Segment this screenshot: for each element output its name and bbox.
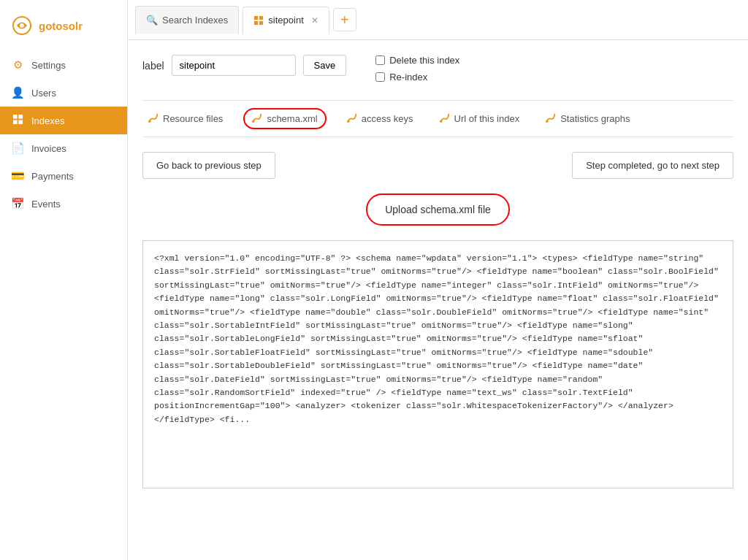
indexes-icon	[11, 114, 24, 127]
svg-rect-3	[18, 115, 23, 119]
label-text: label	[142, 60, 164, 72]
sidebar-item-settings[interactable]: ⚙ Settings	[0, 51, 127, 79]
tab-sitepoint[interactable]: sitepoint ✕	[243, 7, 329, 34]
sub-nav-access-keys[interactable]: access keys	[341, 110, 419, 128]
sidebar-item-label: Invoices	[31, 143, 66, 154]
svg-rect-2	[12, 115, 17, 119]
content-area: label Save Delete this index Re-index	[128, 40, 748, 560]
sidebar-item-label: Users	[31, 88, 56, 99]
xml-editor[interactable]: <?xml version="1.0" encoding="UTF-8" ?> …	[142, 240, 733, 488]
sidebar: gotosolr ⚙ Settings 👤 Users Indexes 📄 In…	[0, 0, 128, 560]
sub-nav-statistics[interactable]: Statistics graphs	[540, 110, 636, 128]
search-tab-icon: 🔍	[146, 15, 158, 26]
tab-label: Search Indexes	[162, 15, 228, 26]
upload-schema-button[interactable]: Upload schema.xml file	[366, 193, 510, 226]
svg-point-1	[20, 23, 24, 28]
sub-nav-resource-files[interactable]: Resource files	[142, 110, 229, 128]
delete-checkbox-label[interactable]: Delete this index	[375, 55, 459, 66]
add-tab-button[interactable]: +	[333, 8, 356, 31]
svg-point-14	[546, 120, 549, 123]
reindex-checkbox-label[interactable]: Re-index	[375, 72, 459, 83]
sub-nav-label: access keys	[362, 113, 413, 124]
logo: gotosolr	[0, 7, 127, 51]
sub-nav-label: Resource files	[163, 113, 223, 124]
events-icon: 📅	[11, 197, 24, 210]
label-input[interactable]	[172, 55, 296, 76]
settings-icon: ⚙	[11, 58, 24, 72]
tab-search-indexes[interactable]: 🔍 Search Indexes	[135, 6, 239, 34]
sub-nav: Resource files schema.xml access keys Ur…	[142, 100, 733, 137]
sidebar-item-label: Payments	[31, 171, 74, 182]
tabs-bar: 🔍 Search Indexes sitepoint ✕ +	[128, 0, 748, 40]
sidebar-item-payments[interactable]: 💳 Payments	[0, 162, 127, 190]
sidebar-item-users[interactable]: 👤 Users	[0, 79, 127, 107]
svg-rect-5	[18, 120, 23, 124]
logo-icon	[11, 15, 33, 37]
sidebar-item-invoices[interactable]: 📄 Invoices	[0, 134, 127, 162]
back-button[interactable]: Go back to previous step	[142, 152, 275, 179]
sidebar-item-events[interactable]: 📅 Events	[0, 190, 127, 218]
svg-rect-9	[259, 21, 263, 25]
sub-nav-label: Url of this index	[454, 113, 520, 124]
sidebar-item-indexes[interactable]: Indexes	[0, 107, 127, 134]
next-button[interactable]: Step completed, go to next step	[572, 152, 733, 179]
save-button[interactable]: Save	[303, 55, 347, 76]
users-icon: 👤	[11, 86, 24, 99]
tab-label: sitepoint	[268, 15, 303, 26]
svg-point-13	[440, 120, 443, 123]
delete-checkbox[interactable]	[375, 55, 385, 65]
label-row: label Save	[142, 55, 346, 76]
svg-point-10	[148, 120, 151, 123]
svg-rect-4	[12, 120, 17, 124]
logo-text: gotosolr	[39, 20, 83, 32]
svg-point-12	[347, 120, 350, 123]
svg-point-11	[252, 120, 255, 123]
sidebar-item-label: Settings	[31, 60, 66, 71]
upload-btn-wrapper: Upload schema.xml file	[142, 193, 733, 226]
sub-nav-schema-xml[interactable]: schema.xml	[243, 108, 326, 129]
url-index-icon	[440, 112, 450, 125]
checkbox-group: Delete this index Re-index	[375, 55, 459, 83]
delete-label: Delete this index	[389, 55, 459, 66]
reindex-checkbox[interactable]	[375, 72, 385, 82]
sub-nav-label: Statistics graphs	[560, 113, 630, 124]
sub-nav-label: schema.xml	[267, 113, 317, 124]
svg-rect-8	[254, 21, 258, 25]
reindex-label: Re-index	[389, 72, 427, 83]
sitepoint-tab-icon	[253, 15, 264, 26]
sidebar-item-label: Indexes	[31, 115, 65, 126]
svg-rect-7	[259, 16, 263, 20]
statistics-icon	[546, 112, 556, 125]
resource-files-icon	[148, 112, 159, 125]
access-keys-icon	[347, 112, 357, 125]
payments-icon: 💳	[11, 169, 24, 183]
svg-rect-6	[254, 16, 258, 20]
tab-close-icon[interactable]: ✕	[311, 15, 318, 26]
sidebar-item-label: Events	[31, 199, 61, 210]
main-content: 🔍 Search Indexes sitepoint ✕ + label	[128, 0, 748, 560]
sub-nav-url-index[interactable]: Url of this index	[434, 110, 526, 128]
action-row: Go back to previous step Step completed,…	[142, 152, 733, 179]
schema-xml-icon	[252, 112, 262, 125]
invoices-icon: 📄	[11, 142, 24, 155]
